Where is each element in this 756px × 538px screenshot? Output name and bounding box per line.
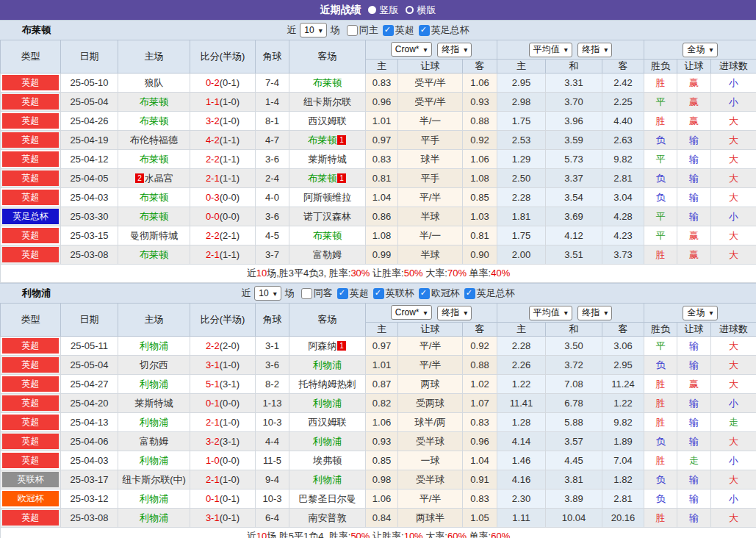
- away-team-name[interactable]: 南安普敦: [309, 512, 347, 523]
- fullmatch-scope-select-value: 全场: [687, 43, 705, 56]
- fulltime-score: 3-2: [206, 436, 220, 447]
- result-outcome: 胜: [644, 413, 677, 432]
- home-team-name[interactable]: 利物浦: [140, 340, 168, 351]
- checked-checkbox-icon[interactable]: [464, 288, 475, 299]
- radio-selected-icon[interactable]: [368, 6, 376, 14]
- match-score: 3-2(3-1): [190, 432, 256, 451]
- final-odds-select[interactable]: 终指: [437, 43, 472, 57]
- avg-home-odds: 2.00: [497, 245, 546, 265]
- match-count-select[interactable]: 10: [300, 23, 326, 37]
- average-select[interactable]: 平均值: [529, 43, 572, 57]
- home-team-name[interactable]: 布莱顿: [140, 154, 168, 165]
- home-team-name[interactable]: 水晶宫: [145, 173, 173, 184]
- checked-checkbox-icon[interactable]: [419, 25, 430, 36]
- home-odds: 0.98: [366, 470, 398, 489]
- home-team-name[interactable]: 富勒姆: [140, 436, 168, 447]
- away-team-name[interactable]: 西汉姆联: [309, 417, 347, 428]
- result-handicap: 输: [677, 150, 711, 169]
- avg-final-odds-select[interactable]: 终指: [577, 306, 612, 320]
- home-odds: 0.93: [366, 432, 398, 451]
- halftime-score: (1-1): [220, 134, 240, 146]
- filter-英足总杯[interactable]: 英足总杯: [419, 24, 469, 37]
- away-team-name[interactable]: 布莱顿: [313, 77, 342, 88]
- unchecked-checkbox-icon[interactable]: [347, 25, 358, 36]
- home-team-name[interactable]: 狼队: [145, 77, 164, 88]
- fulltime-score: 2-1: [206, 249, 220, 260]
- bookmaker-select[interactable]: Crow*: [391, 42, 432, 57]
- average-select[interactable]: 平均值: [529, 306, 572, 320]
- result-goals: 小: [711, 73, 756, 93]
- home-team-name[interactable]: 利物浦: [140, 417, 168, 428]
- away-team-name[interactable]: 阿斯顿维拉: [303, 192, 351, 203]
- avg-final-odds-select-value: 终指: [582, 43, 600, 56]
- home-team-name[interactable]: 莱斯特城: [135, 398, 173, 409]
- away-team-name[interactable]: 布莱顿: [313, 230, 342, 241]
- final-odds-select[interactable]: 终指: [437, 306, 472, 320]
- home-team-name[interactable]: 布莱顿: [140, 115, 168, 126]
- home-team-name[interactable]: 布莱顿: [140, 96, 168, 107]
- filter-英足总杯[interactable]: 英足总杯: [464, 287, 515, 300]
- filter-英超[interactable]: 英超: [337, 287, 369, 300]
- filter-欧冠杯[interactable]: 欧冠杯: [419, 287, 460, 300]
- away-team-name[interactable]: 莱斯特城: [309, 154, 347, 165]
- league-type-cell: 英超: [1, 432, 61, 451]
- away-team-name[interactable]: 西汉姆联: [309, 115, 347, 126]
- checked-checkbox-icon[interactable]: [419, 288, 430, 299]
- away-team-name[interactable]: 利物浦: [313, 398, 342, 409]
- home-team-name[interactable]: 利物浦: [140, 455, 168, 466]
- home-team-name[interactable]: 曼彻斯特城: [130, 230, 178, 241]
- handicap-line: 受半球: [398, 470, 463, 489]
- fullmatch-scope-select[interactable]: 全场: [683, 43, 717, 57]
- layout-radio-vertical[interactable]: 竖版: [368, 4, 399, 17]
- home-team-name[interactable]: 利物浦: [140, 512, 168, 523]
- halftime-score: (0-1): [220, 77, 240, 88]
- avg-final-odds-select[interactable]: 终指: [577, 43, 612, 57]
- bookmaker-select[interactable]: Crow*: [391, 305, 432, 320]
- away-team-name[interactable]: 利物浦: [313, 359, 342, 370]
- filter-英联杯[interactable]: 英联杯: [373, 287, 414, 300]
- away-team-name[interactable]: 利物浦: [313, 436, 342, 447]
- away-team-name[interactable]: 阿森纳: [308, 340, 336, 351]
- checked-checkbox-icon[interactable]: [373, 288, 384, 299]
- home-team-name[interactable]: 布莱顿: [140, 192, 168, 203]
- away-team-name[interactable]: 埃弗顿: [313, 455, 342, 466]
- home-team-name[interactable]: 利物浦: [140, 379, 168, 390]
- home-team-name[interactable]: 切尔西: [140, 359, 168, 370]
- match-row: 欧冠杯25-03-12利物浦0-1(0-1)10-3巴黎圣日尔曼1.06平/半0…: [1, 489, 756, 509]
- avg-draw-odds: 4.12: [546, 226, 602, 245]
- layout-radio-horizontal[interactable]: 横版: [406, 4, 436, 17]
- away-team-name[interactable]: 巴黎圣日尔曼: [299, 493, 356, 504]
- avg-away-odds: 4.23: [602, 226, 644, 245]
- away-team-cell: 诺丁汉森林: [289, 207, 366, 226]
- away-team-name[interactable]: 诺丁汉森林: [303, 211, 351, 222]
- fullmatch-scope-select[interactable]: 全场: [683, 306, 717, 320]
- avg-draw-odds: 6.78: [546, 394, 602, 413]
- home-team-name[interactable]: 利物浦: [140, 493, 168, 504]
- fulltime-score: 0-1: [206, 493, 220, 504]
- col-away: 客场: [289, 40, 366, 73]
- away-team-name[interactable]: 托特纳姆热刺: [299, 379, 356, 390]
- checked-checkbox-icon[interactable]: [337, 288, 348, 299]
- match-count-select[interactable]: 10: [254, 286, 281, 301]
- away-team-cell: 莱斯特城: [289, 150, 366, 169]
- final-odds-select-value: 终指: [442, 43, 459, 56]
- filter-同主[interactable]: 同主: [347, 24, 378, 37]
- result-outcome: 平: [644, 207, 677, 226]
- result-outcome: 胜: [644, 245, 677, 265]
- filter-同客[interactable]: 同客: [301, 287, 333, 300]
- away-team-name[interactable]: 布莱顿: [308, 134, 336, 146]
- filter-英超[interactable]: 英超: [383, 24, 414, 37]
- away-odds: 1.06: [463, 150, 497, 169]
- home-team-name[interactable]: 布莱顿: [140, 249, 168, 260]
- checked-checkbox-icon[interactable]: [383, 25, 394, 36]
- home-team-name[interactable]: 纽卡斯尔联(中): [122, 474, 186, 485]
- home-team-name[interactable]: 布莱顿: [140, 211, 168, 222]
- unchecked-checkbox-icon[interactable]: [301, 288, 312, 299]
- away-team-name[interactable]: 布莱顿: [308, 173, 336, 184]
- match-row: 英超25-05-10狼队0-2(0-1)7-4布莱顿0.83受平/半1.062.…: [1, 73, 756, 93]
- away-team-name[interactable]: 利物浦: [313, 474, 342, 485]
- radio-unselected-icon[interactable]: [406, 6, 414, 14]
- away-team-name[interactable]: 富勒姆: [313, 249, 342, 260]
- home-team-name[interactable]: 布伦特福德: [130, 134, 178, 146]
- away-team-name[interactable]: 纽卡斯尔联: [303, 96, 351, 107]
